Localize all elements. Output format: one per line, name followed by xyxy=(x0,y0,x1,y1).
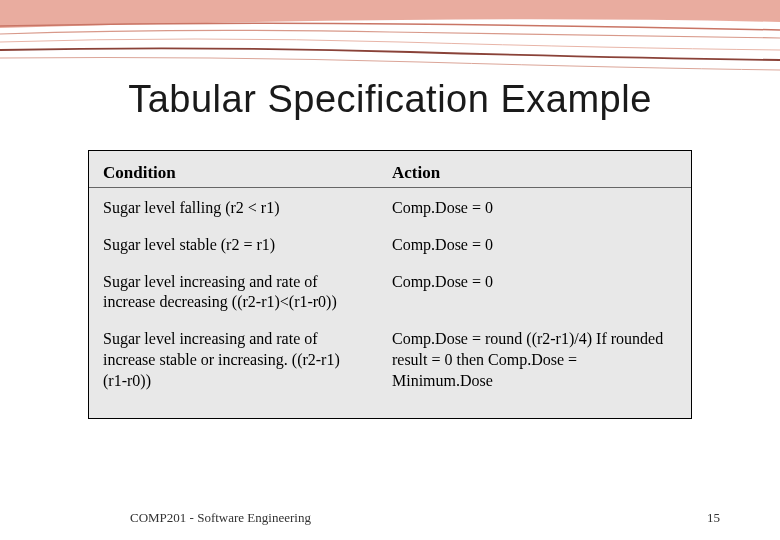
cell-condition: Sugar level falling (r2 < r1) xyxy=(89,188,378,225)
specification-table: Condition Action Sugar level falling (r2… xyxy=(89,157,691,398)
table-header-row: Condition Action xyxy=(89,157,691,188)
table-row: Sugar level increasing and rate of incre… xyxy=(89,262,691,320)
header-condition: Condition xyxy=(89,157,378,188)
slide-title: Tabular Specification Example xyxy=(0,78,780,121)
table-row: Sugar level falling (r2 < r1) Comp.Dose … xyxy=(89,188,691,225)
table-row: Sugar level increasing and rate of incre… xyxy=(89,319,691,397)
cell-action: Comp.Dose = 0 xyxy=(378,225,691,262)
footer-course-label: COMP201 - Software Engineering xyxy=(130,510,311,526)
cell-action: Comp.Dose = 0 xyxy=(378,262,691,320)
header-action: Action xyxy=(378,157,691,188)
cell-action: Comp.Dose = 0 xyxy=(378,188,691,225)
cell-condition: Sugar level increasing and rate of incre… xyxy=(89,262,378,320)
slide-header-decoration xyxy=(0,0,780,85)
specification-table-container: Condition Action Sugar level falling (r2… xyxy=(88,150,692,419)
table-row: Sugar level stable (r2 = r1) Comp.Dose =… xyxy=(89,225,691,262)
page-number: 15 xyxy=(707,510,720,526)
cell-condition: Sugar level increasing and rate of incre… xyxy=(89,319,378,397)
cell-condition: Sugar level stable (r2 = r1) xyxy=(89,225,378,262)
cell-action: Comp.Dose = round ((r2-r1)/4) If rounded… xyxy=(378,319,691,397)
